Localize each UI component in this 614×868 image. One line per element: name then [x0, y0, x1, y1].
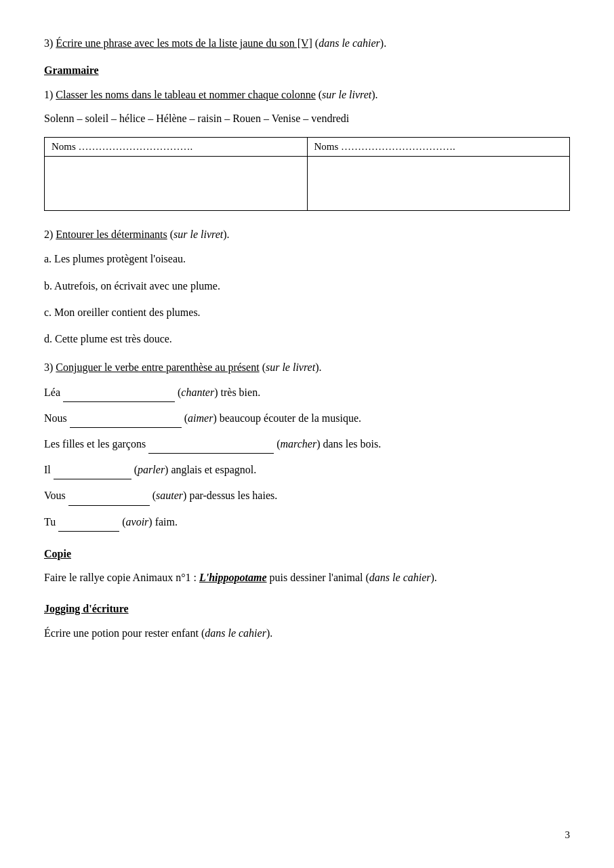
copie-mid: puis dessiner l'animal ( [267, 572, 369, 583]
conj1-paren: ( [175, 387, 181, 398]
conj4-end: ) anglais et espagnol. [165, 464, 256, 475]
gram3-prefix: 3) [44, 361, 56, 373]
conj2-start: Nous [44, 412, 70, 424]
gram3-underline: Conjuguer le verbe entre parenthèse au p… [56, 361, 259, 373]
gram1-prefix: 1) [44, 89, 56, 100]
conj6-end: ) faim. [148, 516, 178, 528]
jogging-title-line: Jogging d'écriture [44, 600, 570, 618]
gram3-end: ). [315, 361, 321, 373]
gram1-italic: sur le livret [322, 89, 371, 100]
table-cell-left [45, 156, 308, 210]
conj5-blank [68, 486, 150, 505]
copie-end: ). [431, 572, 437, 583]
grammaire-title-line: Grammaire [44, 62, 570, 79]
gram1-end: ). [371, 89, 377, 100]
copie-bold-underline: L'hippopotame [199, 572, 267, 583]
gram1-word-list: Solenn – soleil – hélice – Hélène – rais… [44, 110, 570, 127]
table-header-left: Noms ……………………………. [45, 137, 308, 156]
classification-table-container: Noms ……………………………. Noms ……………………………. [44, 137, 570, 211]
conj4-paren: ( [131, 464, 138, 475]
copie-title: Copie [44, 548, 71, 559]
gram1-block: 1) Classer les noms dans le tableau et n… [44, 86, 570, 211]
copie-pre: Faire le rallye copie Animaux n°1 : [44, 572, 199, 583]
conj1-end: ) très bien. [214, 387, 260, 398]
table-cell-right [307, 156, 570, 210]
copie-section: Copie Faire le rallye copie Animaux n°1 … [44, 545, 570, 587]
item3-end: ). [380, 37, 386, 49]
conj6-verb: avoir [126, 516, 149, 528]
jogging-end: ). [266, 627, 272, 639]
conj3-start: Les filles et les garçons [44, 438, 148, 450]
conj-line-5: Vous (sauter) par-dessus les haies. [44, 486, 570, 505]
gram1-instruction: 1) Classer les noms dans le tableau et n… [44, 86, 570, 104]
gram3-rest: ( [260, 361, 266, 373]
grammaire-section: Grammaire 1) Classer les noms dans le ta… [44, 62, 570, 532]
conj4-blank [54, 460, 131, 479]
jogging-italic: dans le cahier [205, 627, 266, 639]
gram2-end: ). [223, 229, 229, 240]
conj3-verb: marcher [281, 438, 317, 450]
conj6-start: Tu [44, 516, 58, 528]
conj-line-3: Les filles et les garçons (marcher) dans… [44, 435, 570, 454]
conj3-paren: ( [274, 438, 280, 450]
gram2-italic: sur le livret [173, 229, 223, 240]
conj-line-4: Il (parler) anglais et espagnol. [44, 460, 570, 479]
conj-line-6: Tu (avoir) faim. [44, 513, 570, 532]
gram2-block: 2) Entourer les déterminants (sur le liv… [44, 226, 570, 348]
copie-instruction: Faire le rallye copie Animaux n°1 : L'hi… [44, 569, 570, 587]
grammaire-title: Grammaire [44, 64, 99, 76]
gram3-block: 3) Conjuguer le verbe entre parenthèse a… [44, 359, 570, 532]
table-body-row [45, 156, 570, 210]
item3-prefix: 3) [44, 37, 56, 49]
conj-line-2: Nous (aimer) beaucoup écouter de la musi… [44, 409, 570, 428]
conj5-verb: sauter [156, 490, 183, 501]
conj2-end: ) beaucoup écouter de la musique. [213, 412, 361, 424]
conj1-blank [63, 383, 175, 402]
conj6-paren: ( [119, 516, 125, 528]
table-header-right: Noms ……………………………. [307, 137, 570, 156]
gram2-underline: Entourer les déterminants [56, 229, 167, 240]
conj5-paren: ( [150, 490, 156, 501]
conj4-start: Il [44, 464, 54, 475]
page-number: 3 [565, 829, 571, 841]
conj4-verb: parler [138, 464, 165, 475]
conj3-blank [148, 435, 274, 454]
item3-rest: ( [312, 37, 319, 49]
copie-italic: dans le cahier [369, 572, 431, 583]
conj5-end: ) par-dessus les haies. [183, 490, 277, 501]
jogging-instruction: Écrire une potion pour rester enfant (da… [44, 625, 570, 642]
item3-italic: dans le cahier [319, 37, 380, 49]
sentence-a: a. Les plumes protègent l'oiseau. [44, 250, 570, 268]
item3-section: 3) Écrire une phrase avec les mots de la… [44, 37, 570, 50]
gram2-rest: ( [167, 229, 173, 240]
conj2-blank [70, 409, 182, 428]
gram2-instruction: 2) Entourer les déterminants (sur le liv… [44, 226, 570, 243]
sentence-b: b. Autrefois, on écrivait avec une plume… [44, 277, 570, 295]
gram3-instruction: 3) Conjuguer le verbe entre parenthèse a… [44, 359, 570, 376]
gram2-prefix: 2) [44, 229, 56, 240]
conj3-end: ) dans les bois. [316, 438, 381, 450]
conj2-verb: aimer [188, 412, 213, 424]
copie-title-line: Copie [44, 545, 570, 563]
table-header-row: Noms ……………………………. Noms ……………………………. [45, 137, 570, 156]
gram1-underline: Classer les noms dans le tableau et nomm… [56, 89, 315, 100]
jogging-section: Jogging d'écriture Écrire une potion pou… [44, 600, 570, 642]
conj1-start: Léa [44, 387, 63, 398]
gram1-rest: ( [316, 89, 322, 100]
gram3-italic: sur le livret [266, 361, 315, 373]
conj-line-1: Léa (chanter) très bien. [44, 383, 570, 402]
sentence-d: d. Cette plume est très douce. [44, 330, 570, 348]
item3-underline: Écrire une phrase avec les mots de la li… [56, 37, 312, 49]
jogging-pre: Écrire une potion pour rester enfant ( [44, 627, 205, 639]
conj5-start: Vous [44, 490, 68, 501]
sentence-c: c. Mon oreiller contient des plumes. [44, 303, 570, 321]
conj2-paren: ( [182, 412, 188, 424]
conj1-verb: chanter [181, 387, 214, 398]
jogging-title: Jogging d'écriture [44, 603, 129, 614]
classification-table: Noms ……………………………. Noms ……………………………. [44, 137, 570, 211]
conj6-blank [58, 513, 119, 532]
